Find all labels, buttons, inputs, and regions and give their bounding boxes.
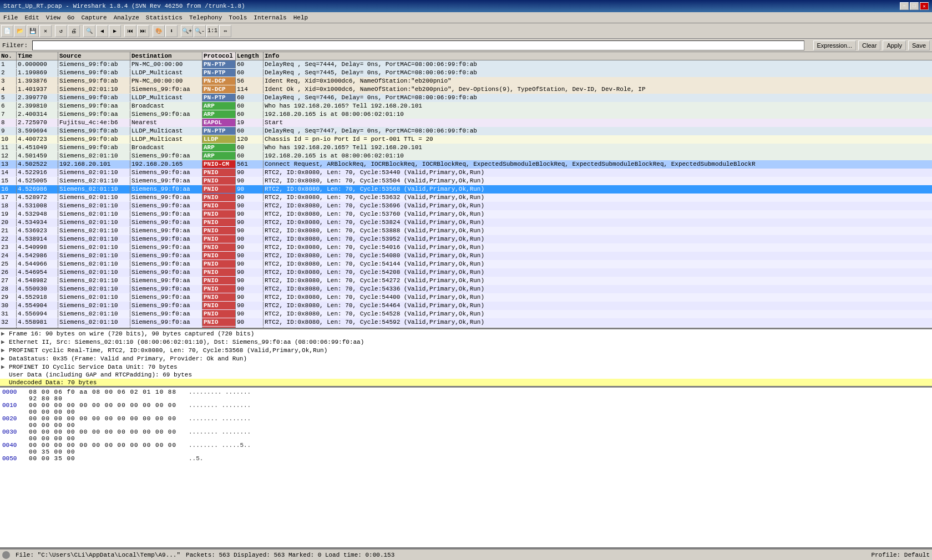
menu-file[interactable]: File (0, 13, 21, 22)
menu-go[interactable]: Go (64, 13, 78, 22)
cell-proto: ARP (202, 144, 236, 151)
table-row[interactable]: 22 4.538914 Siemens_02:01:10 Siemens_99:… (0, 235, 932, 243)
menu-internals[interactable]: Internals (250, 13, 290, 22)
resize-columns-button[interactable]: ⇔ (219, 25, 231, 37)
cell-info: RTC2, ID:0x8080, Len: 70, Cycle:53568 (V… (264, 185, 932, 193)
table-row[interactable]: 29 4.552918 Siemens_02:01:10 Siemens_99:… (0, 293, 932, 302)
menu-telephony[interactable]: Telephony (186, 13, 225, 22)
open-button[interactable]: 📂 (14, 25, 26, 37)
menu-tools[interactable]: Tools (225, 13, 250, 22)
cell-len: 90 (236, 202, 264, 210)
new-button[interactable]: 📄 (1, 25, 13, 37)
maximize-button[interactable]: □ (910, 2, 919, 10)
colorize-button[interactable]: 🎨 (153, 25, 165, 37)
table-row[interactable]: 1 0.000000 Siemens_99:f0:ab PN-MC_00:00:… (0, 60, 932, 69)
next-button[interactable]: ▶ (109, 25, 121, 37)
table-row[interactable]: 9 3.599694 Siemens_99:f0:ab LLDP_Multica… (0, 127, 932, 135)
close-file-button[interactable]: ✕ (39, 25, 52, 37)
table-row[interactable]: 12 4.501459 Siemens_02:01:10 Siemens_99:… (0, 152, 932, 160)
auto-scroll-button[interactable]: ⬇ (165, 25, 178, 37)
table-row[interactable]: 30 4.554904 Siemens_02:01:10 Siemens_99:… (0, 302, 932, 310)
cell-no: 20 (0, 218, 17, 226)
table-row[interactable]: 15 4.525005 Siemens_02:01:10 Siemens_99:… (0, 177, 932, 185)
menu-edit[interactable]: Edit (21, 13, 42, 22)
cell-info: RTC2, ID:0x8080, Len: 70, Cycle:54208 (V… (264, 268, 932, 276)
cell-src: Siemens_99:f0:ab (58, 127, 130, 135)
table-row[interactable]: 2 1.199869 Siemens_99:f0:ab LLDP_Multica… (0, 69, 932, 77)
cell-src: Siemens_02:01:10 (58, 169, 130, 176)
table-row[interactable]: 10 4.400723 Siemens_99:f0:ab LLDP_Multic… (0, 135, 932, 144)
table-row[interactable]: 20 4.534934 Siemens_02:01:10 Siemens_99:… (0, 218, 932, 227)
table-row[interactable]: 28 4.550930 Siemens_02:01:10 Siemens_99:… (0, 285, 932, 293)
detail-row[interactable]: ▶ PROFINET IO Cyclic Service Data Unit: … (0, 363, 932, 371)
table-row[interactable]: 16 4.526986 Siemens_02:01:10 Siemens_99:… (0, 185, 932, 194)
cell-proto: PNIO (202, 293, 236, 301)
detail-row[interactable]: ▶ DataStatus: 0x35 (Frame: Valid and Pri… (0, 354, 932, 363)
table-row[interactable]: 8 2.725970 Fujitsu_4c:4e:b6 Nearest EAPO… (0, 119, 932, 127)
minimize-button[interactable]: − (900, 2, 909, 10)
zoom-in-button[interactable]: 🔍+ (181, 25, 193, 37)
save-button[interactable]: Save (908, 40, 930, 50)
expression-button[interactable]: Expression... (813, 40, 857, 50)
hex-row: 0020 00 00 00 00 00 00 00 00 00 00 00 00… (2, 415, 930, 429)
cell-src: Siemens_99:f0:ab (58, 94, 130, 101)
zoom-reset-button[interactable]: 1:1 (206, 25, 219, 37)
table-row[interactable]: 6 2.399810 Siemens_99:f0:aa Broadcast AR… (0, 102, 932, 110)
table-row[interactable]: 18 4.531008 Siemens_02:01:10 Siemens_99:… (0, 202, 932, 210)
table-row[interactable]: 7 2.400314 Siemens_99:f0:aa Siemens_99:f… (0, 110, 932, 119)
col-header-destination: Destination (130, 52, 202, 60)
table-row[interactable]: 11 4.451049 Siemens_99:f0:ab Broadcast A… (0, 144, 932, 152)
table-row[interactable]: 31 4.556994 Siemens_02:01:10 Siemens_99:… (0, 310, 932, 318)
filter-input[interactable] (32, 40, 804, 50)
table-row[interactable]: 19 4.532948 Siemens_02:01:10 Siemens_99:… (0, 210, 932, 218)
prev-button[interactable]: ◀ (96, 25, 108, 37)
cell-src: Siemens_02:01:10 (58, 185, 130, 193)
table-row[interactable]: 32 4.558981 Siemens_02:01:10 Siemens_99:… (0, 318, 932, 327)
cell-proto: PNIO (202, 218, 236, 226)
go-start-button[interactable]: ⏮ (124, 25, 136, 37)
table-row[interactable]: 4 1.401937 Siemens_02:01:10 Siemens_99:f… (0, 85, 932, 94)
menu-help[interactable]: Help (290, 13, 311, 22)
save-button[interactable]: 💾 (27, 25, 39, 37)
table-row[interactable]: 25 4.544966 Siemens_02:01:10 Siemens_99:… (0, 260, 932, 268)
menu-analyze[interactable]: Analyze (110, 13, 143, 22)
table-row[interactable]: 14 4.522916 Siemens_02:01:10 Siemens_99:… (0, 169, 932, 177)
detail-text: DataStatus: 0x35 (Frame: Valid and Prima… (9, 355, 931, 362)
table-row[interactable]: 13 4.502522 192.168.20.101 192.168.20.16… (0, 160, 932, 169)
expand-icon: ▶ (1, 355, 9, 362)
menu-view[interactable]: View (43, 13, 64, 22)
table-row[interactable]: 17 4.528972 Siemens_02:01:10 Siemens_99:… (0, 194, 932, 202)
cell-info: Chassis Id = pn-io Port Id = port-001 TT… (264, 135, 932, 143)
zoom-out-button[interactable]: 🔍- (194, 25, 206, 37)
table-row[interactable]: 27 4.548982 Siemens_02:01:10 Siemens_99:… (0, 277, 932, 285)
detail-row[interactable]: ▶ Frame 16: 90 bytes on wire (720 bits),… (0, 329, 932, 338)
detail-row[interactable]: ▶ PROFINET cyclic Real-Time, RTC2, ID:0x… (0, 346, 932, 354)
table-row[interactable]: 5 2.399770 Siemens_99:f0:ab LLDP_Multica… (0, 94, 932, 102)
cell-dst: Siemens_99:f0:aa (130, 277, 202, 284)
table-row[interactable]: 3 1.393876 Siemens_99:f0:ab PN-MC_00:00:… (0, 77, 932, 85)
hex-pane[interactable]: 0000 08 00 06 f0 aa 08 00 06 02 01 10 88… (0, 388, 932, 549)
menu-statistics[interactable]: Statistics (143, 13, 186, 22)
detail-row[interactable]: User Data (including GAP and RTCPadding)… (0, 371, 932, 379)
table-row[interactable]: 24 4.542986 Siemens_02:01:10 Siemens_99:… (0, 252, 932, 260)
cell-len: 90 (236, 285, 264, 293)
packet-list-body[interactable]: 1 0.000000 Siemens_99:f0:ab PN-MC_00:00:… (0, 60, 932, 328)
cell-src: Siemens_99:f0:aa (58, 102, 130, 110)
table-row[interactable]: 33 4.560964 Siemens_02:01:10 Siemens_99:… (0, 327, 932, 328)
go-end-button[interactable]: ⏭ (137, 25, 149, 37)
apply-button[interactable]: Apply (883, 40, 906, 50)
detail-row[interactable]: Undecoded Data: 70 bytes (0, 379, 932, 386)
table-row[interactable]: 26 4.546954 Siemens_02:01:10 Siemens_99:… (0, 268, 932, 277)
close-button[interactable]: ✕ (920, 2, 929, 10)
detail-pane[interactable]: ▶ Frame 16: 90 bytes on wire (720 bits),… (0, 329, 932, 388)
clear-button[interactable]: Clear (858, 40, 880, 50)
cell-proto: ARP (202, 110, 236, 118)
find-button[interactable]: 🔍 (83, 25, 95, 37)
print-button[interactable]: 🖨 (68, 25, 80, 37)
detail-row[interactable]: ▶ Ethernet II, Src: Siemens_02:01:10 (08… (0, 338, 932, 346)
reload-button[interactable]: ↺ (55, 25, 67, 37)
table-row[interactable]: 23 4.540998 Siemens_02:01:10 Siemens_99:… (0, 243, 932, 252)
cell-len: 114 (236, 85, 264, 93)
menu-capture[interactable]: Capture (78, 13, 110, 22)
table-row[interactable]: 21 4.536923 Siemens_02:01:10 Siemens_99:… (0, 227, 932, 235)
